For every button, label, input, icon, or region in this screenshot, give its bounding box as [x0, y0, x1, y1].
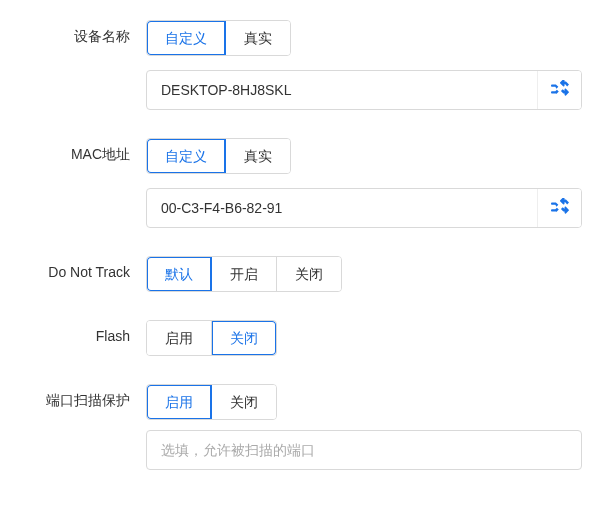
mac-input-row — [146, 188, 582, 228]
device-name-label: 设备名称 — [24, 20, 146, 46]
dnt-toggle-group: 默认 开启 关闭 — [146, 256, 342, 292]
dnt-label: Do Not Track — [24, 256, 146, 280]
mac-input[interactable] — [147, 189, 537, 227]
dnt-on-button[interactable]: 开启 — [212, 257, 277, 291]
mac-address-label: MAC地址 — [24, 138, 146, 164]
flash-disable-button[interactable]: 关闭 — [212, 321, 276, 355]
flash-toggle-group: 启用 关闭 — [146, 320, 277, 356]
port-scan-label: 端口扫描保护 — [24, 384, 146, 410]
port-scan-enable-button[interactable]: 启用 — [147, 385, 212, 419]
port-scan-toggle-group: 启用 关闭 — [146, 384, 277, 420]
device-name-custom-button[interactable]: 自定义 — [147, 21, 226, 55]
device-name-input-row — [146, 70, 582, 110]
mac-shuffle-button[interactable] — [537, 189, 581, 227]
device-name-real-button[interactable]: 真实 — [226, 21, 290, 55]
port-scan-input[interactable] — [146, 430, 582, 470]
shuffle-icon — [551, 80, 569, 101]
dnt-off-button[interactable]: 关闭 — [277, 257, 341, 291]
device-name-shuffle-button[interactable] — [537, 71, 581, 109]
mac-custom-button[interactable]: 自定义 — [147, 139, 226, 173]
mac-real-button[interactable]: 真实 — [226, 139, 290, 173]
device-name-input[interactable] — [147, 71, 537, 109]
flash-label: Flash — [24, 320, 146, 344]
dnt-default-button[interactable]: 默认 — [147, 257, 212, 291]
port-scan-disable-button[interactable]: 关闭 — [212, 385, 276, 419]
shuffle-icon — [551, 198, 569, 219]
device-name-toggle-group: 自定义 真实 — [146, 20, 291, 56]
mac-toggle-group: 自定义 真实 — [146, 138, 291, 174]
flash-enable-button[interactable]: 启用 — [147, 321, 212, 355]
